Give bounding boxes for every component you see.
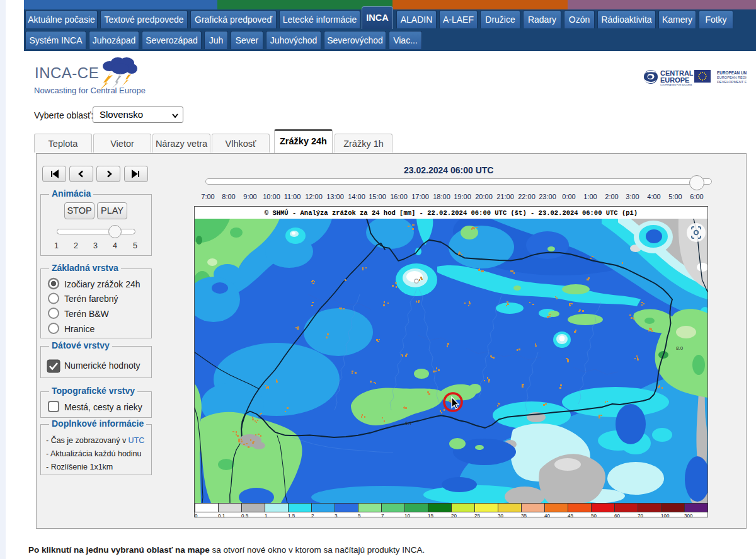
svg-text:COOPERATING FOR SUCCESS: COOPERATING FOR SUCCESS xyxy=(660,84,692,86)
svg-text:6.7: 6.7 xyxy=(405,420,413,426)
svg-text:EUROPEAN UNION: EUROPEAN UNION xyxy=(717,71,747,75)
svg-text:DEVELOPMENT FUND: DEVELOPMENT FUND xyxy=(717,80,747,84)
svg-text:EUROPEAN REGIONAL: EUROPEAN REGIONAL xyxy=(717,76,747,79)
svg-text:8.0: 8.0 xyxy=(676,345,684,351)
svg-text:EUROPE: EUROPE xyxy=(660,76,689,84)
